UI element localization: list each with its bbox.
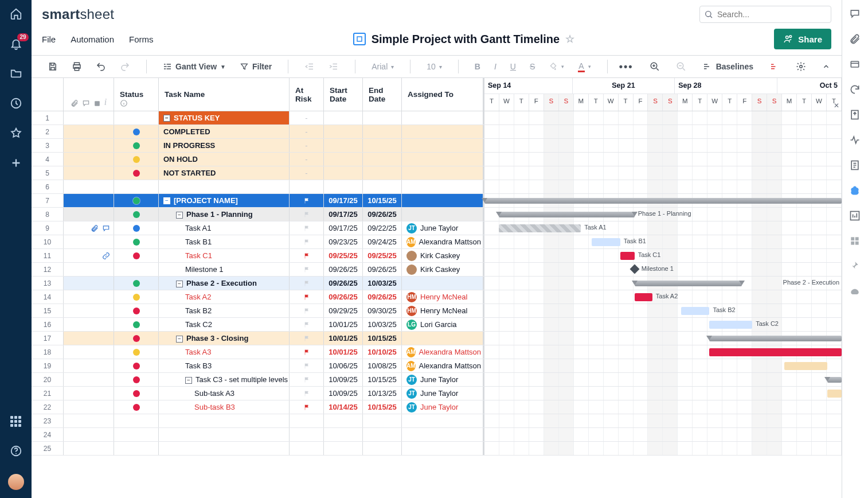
cell-task[interactable] [159,180,290,193]
gantt-cell[interactable]: Phase 1 - Planning [483,208,842,221]
cell-assigned[interactable] [402,277,483,290]
cell-status[interactable] [114,235,159,248]
save-icon[interactable] [44,59,61,74]
row-number[interactable]: 9 [32,221,64,235]
cell-assigned[interactable]: HMHenry McNeal [402,304,483,317]
strike-icon[interactable]: S [526,60,538,73]
gantt-cell[interactable] [483,345,842,359]
cell-assigned[interactable]: LGLori Garcia [402,318,483,331]
zoom-out-icon[interactable] [672,59,690,74]
cell-start-date[interactable] [324,428,363,441]
cell-status[interactable] [114,263,159,276]
row-number[interactable]: 23 [32,414,64,427]
cell-risk[interactable] [290,277,324,290]
link-icon[interactable] [102,252,110,260]
cell-end-date[interactable] [363,139,402,152]
menu-forms[interactable]: Forms [129,34,154,44]
row-number[interactable]: 4 [32,153,64,166]
add-icon[interactable] [9,156,23,170]
gantt-cell[interactable] [483,166,842,180]
attachment-icon[interactable] [91,224,99,232]
cell-assigned[interactable] [402,428,483,441]
menu-file[interactable]: File [42,34,56,44]
cell-assigned[interactable]: Kirk Caskey [402,249,483,262]
cell-status[interactable] [114,153,159,166]
cell-task[interactable]: Task A2 [159,290,290,304]
bold-icon[interactable]: B [471,60,484,73]
gantt-cell[interactable]: Phase 2 - Execution [483,277,842,290]
cell-task[interactable]: −Phase 2 - Execution [159,277,290,290]
cell-task[interactable]: Task B2 [159,304,290,317]
grid-row[interactable]: 20−Task C3 - set multiple levels10/09/25… [32,373,842,387]
cell-start-date[interactable]: 09/23/25 [324,235,363,248]
gantt-cell[interactable]: Task A1 [483,221,842,235]
gantt-cell[interactable] [483,442,842,455]
cell-status[interactable] [114,290,159,304]
print-icon[interactable] [68,59,85,74]
cell-end-date[interactable]: 09/25/25 [363,249,402,262]
font-select[interactable]: Arial ▾ [368,60,397,73]
more-icon[interactable]: ••• [616,59,637,75]
cell-risk[interactable] [290,428,324,441]
grid-row[interactable]: 24 [32,428,842,442]
cell-start-date[interactable] [324,414,363,427]
row-number[interactable]: 20 [32,373,64,386]
conversations-icon[interactable] [849,8,862,21]
cell-status[interactable] [114,180,159,193]
cell-status[interactable] [114,194,159,207]
grid-row[interactable]: 21Sub-task A310/09/2510/13/25JTJune Tayl… [32,387,842,400]
grid-row[interactable]: 22Sub-task B310/14/2510/15/25JTJune Tayl… [32,400,842,414]
cell-risk[interactable] [290,400,324,414]
cell-start-date[interactable]: 10/01/25 [324,318,363,331]
cell-assigned[interactable] [402,125,483,138]
share-button[interactable]: Share [774,29,831,49]
cell-task[interactable]: NOT STARTED [159,166,290,180]
cell-assigned[interactable]: AMAlexandra Mattson [402,359,483,372]
cell-end-date[interactable]: 10/15/25 [363,400,402,414]
baselines-button[interactable]: Baselines [699,59,757,74]
row-number[interactable]: 6 [32,180,64,193]
favorites-icon[interactable] [9,126,23,140]
grid-row[interactable]: 10Task B109/23/2509/24/25AMAlexandra Mat… [32,235,842,249]
row-number[interactable]: 1 [32,111,64,124]
cell-end-date[interactable]: 10/08/25 [363,359,402,372]
cell-risk[interactable] [290,345,324,359]
grid-row[interactable]: 11Task C109/25/2509/25/25Kirk CaskeyTask… [32,249,842,263]
cell-risk[interactable] [290,235,324,248]
row-number[interactable]: 25 [32,442,64,455]
cell-start-date[interactable]: 09/17/25 [324,194,363,207]
activity-log-icon[interactable] [849,134,862,147]
grid-row[interactable]: 4ON HOLD- [32,153,842,166]
cell-task[interactable]: −Task C3 - set multiple levels [159,373,290,386]
cell-start-date[interactable]: 09/17/25 [324,208,363,221]
cell-start-date[interactable]: 10/14/25 [324,400,363,414]
collapse-panel-icon[interactable] [819,60,834,73]
gantt-cell[interactable] [483,387,842,400]
cell-status[interactable] [114,345,159,359]
row-number[interactable]: 3 [32,139,64,152]
gantt-cell[interactable]: Task A2 [483,290,842,304]
settings-icon[interactable] [792,59,810,74]
cell-end-date[interactable]: 10/15/25 [363,332,402,345]
user-avatar[interactable] [8,474,24,490]
cell-task[interactable]: Milestone 1 [159,263,290,276]
gantt-cell[interactable]: Task C1 [483,249,842,262]
cell-status[interactable] [114,442,159,455]
work-insights-icon[interactable] [849,210,862,223]
cell-task[interactable]: Sub-task A3 [159,387,290,400]
search-input[interactable] [699,6,831,23]
redo-icon[interactable] [116,59,134,74]
cell-risk[interactable] [290,263,324,276]
cell-start-date[interactable]: 10/01/25 [324,332,363,345]
grid-row[interactable]: 14Task A209/26/2509/26/25HMHenry McNealT… [32,290,842,304]
cell-risk[interactable]: - [290,166,324,180]
cell-start-date[interactable]: 09/17/25 [324,221,363,235]
format-icon[interactable] [849,235,862,248]
cell-assigned[interactable]: AMAlexandra Mattson [402,345,483,359]
summary-icon[interactable] [849,159,862,172]
row-number[interactable]: 16 [32,318,64,331]
cell-end-date[interactable] [363,414,402,427]
pin-icon[interactable] [849,260,862,273]
row-number[interactable]: 2 [32,125,64,138]
collapse-toggle[interactable]: − [185,377,192,384]
